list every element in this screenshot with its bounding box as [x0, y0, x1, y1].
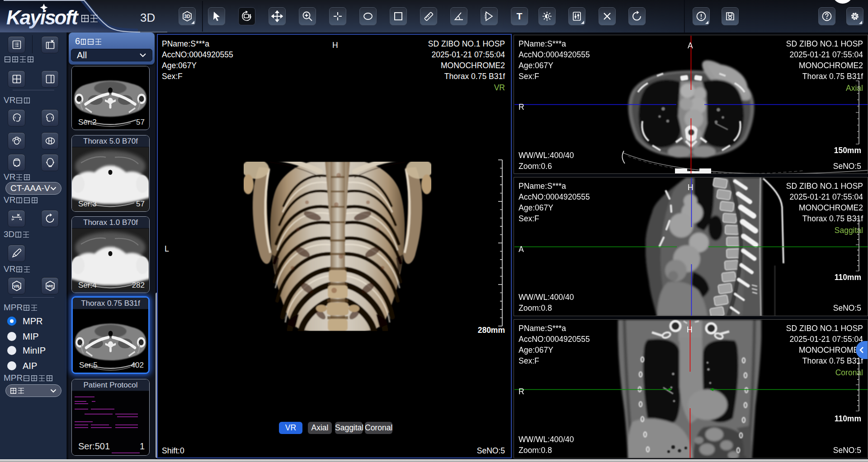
svg-text:3D: 3D: [140, 11, 155, 24]
svg-text:T: T: [517, 11, 523, 21]
svg-text:Kayisoft: Kayisoft: [6, 6, 79, 28]
svg-text:3D: 3D: [184, 14, 190, 19]
